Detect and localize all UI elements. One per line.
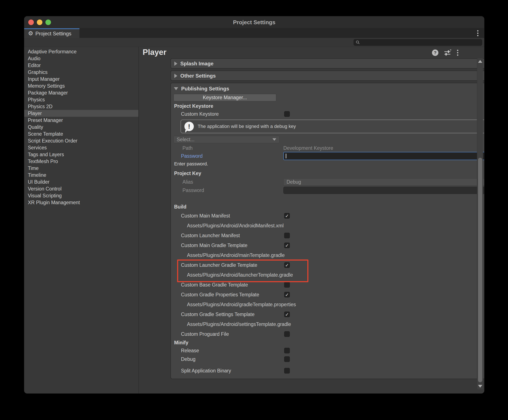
player-settings-panel: Player ? Splash Image xyxy=(139,47,484,393)
tab-bar: ⚙ Project Settings xyxy=(24,28,484,38)
custom-main-manifest-checkbox[interactable]: ✓ xyxy=(284,213,290,218)
key-password-row: Password xyxy=(171,187,484,194)
section-publishing-settings: Publishing Settings Keystore Manager... … xyxy=(170,83,484,379)
setting-row: Custom Launcher Manifest ✓ xyxy=(171,231,484,240)
splash-image-fold[interactable]: Splash Image xyxy=(171,59,484,68)
search-icon xyxy=(356,40,360,45)
minify-release-checkbox[interactable]: ✓ xyxy=(284,348,290,353)
sidebar-item-scene-template[interactable]: Scene Template xyxy=(24,130,138,137)
key-password-input[interactable] xyxy=(283,187,484,194)
setting-row: Custom Base Gradle Template ✓ xyxy=(171,280,484,290)
debug-key-info-box: ! The application will be signed with a … xyxy=(181,120,484,133)
custom-proguard-file-checkbox[interactable]: ✓ xyxy=(284,331,290,337)
tab-label: Project Settings xyxy=(35,31,71,37)
setting-row: Release ✓ xyxy=(171,346,484,355)
section-splash-image: Splash Image xyxy=(170,58,484,68)
tab-project-settings[interactable]: ⚙ Project Settings xyxy=(24,28,80,38)
keystore-path-value: Development Keystore xyxy=(283,145,333,151)
path-value: Assets/Plugins/Android/mainTemplate.grad… xyxy=(171,250,484,260)
sidebar-item-input-manager[interactable]: Input Manager xyxy=(24,76,138,82)
settings-sidebar: Adaptive Performance Audio Editor Graphi… xyxy=(24,47,139,393)
path-value: Assets/Plugins/Android/settingsTemplate.… xyxy=(171,319,484,329)
build-heading: Build xyxy=(174,204,186,210)
sidebar-item-version-control[interactable]: Version Control xyxy=(24,185,138,192)
chevron-right-icon xyxy=(174,74,177,78)
publishing-settings-fold[interactable]: Publishing Settings xyxy=(171,85,229,93)
custom-base-gradle-template-checkbox[interactable]: ✓ xyxy=(284,282,290,288)
sidebar-item-memory-settings[interactable]: Memory Settings xyxy=(24,82,138,89)
section-other-settings: Other Settings xyxy=(170,70,484,81)
scroll-down-icon[interactable] xyxy=(478,385,482,388)
chevron-right-icon xyxy=(174,61,177,66)
text-caret xyxy=(286,154,286,158)
path-value: Assets/Plugins/Android/gradleTemplate.pr… xyxy=(171,300,484,309)
preset-icon[interactable] xyxy=(444,50,451,56)
custom-gradle-settings-template-checkbox[interactable]: ✓ xyxy=(284,312,290,317)
sidebar-item-visual-scripting[interactable]: Visual Scripting xyxy=(24,192,138,199)
custom-keystore-row: Custom Keystore ✓ xyxy=(171,111,484,117)
window-title: Project Settings xyxy=(24,16,484,28)
sidebar-item-preset-manager[interactable]: Preset Manager xyxy=(24,117,138,124)
custom-keystore-checkbox[interactable]: ✓ xyxy=(284,111,290,117)
setting-row: Debug ✓ xyxy=(171,355,484,363)
custom-launcher-manifest-checkbox[interactable]: ✓ xyxy=(284,233,290,238)
sidebar-item-adaptive-performance[interactable]: Adaptive Performance xyxy=(24,48,138,55)
sidebar-item-physics[interactable]: Physics xyxy=(24,96,138,103)
minify-heading: Minify xyxy=(171,339,484,346)
keystore-select-dropdown[interactable]: Select... xyxy=(173,136,280,143)
build-settings-list: Custom Main Manifest ✓ Assets/Plugins/An… xyxy=(171,211,484,375)
gear-icon: ⚙ xyxy=(28,31,33,37)
setting-row: Custom Main Gradle Template ✓ xyxy=(171,240,484,250)
sidebar-item-package-manager[interactable]: Package Manager xyxy=(24,89,138,96)
setting-row: Split Application Binary ✓ xyxy=(171,367,484,375)
sidebar-item-timeline[interactable]: Timeline xyxy=(24,172,138,179)
scrollbar-thumb[interactable] xyxy=(478,158,482,382)
sidebar-item-services[interactable]: Services xyxy=(24,144,138,151)
sidebar-item-physics-2d[interactable]: Physics 2D xyxy=(24,103,138,110)
sidebar-item-time[interactable]: Time xyxy=(24,165,138,172)
setting-row: Custom Gradle Properties Template ✓ xyxy=(171,290,484,300)
sidebar-item-editor[interactable]: Editor xyxy=(24,62,138,69)
setting-row: Custom Proguard File ✓ xyxy=(171,329,484,339)
minify-debug-checkbox[interactable]: ✓ xyxy=(284,356,290,362)
keystore-path-row: Path Development Keystore xyxy=(171,145,484,151)
sidebar-item-graphics[interactable]: Graphics xyxy=(24,69,138,76)
alias-row: Alias Debug xyxy=(171,178,484,186)
project-key-heading: Project Key xyxy=(174,171,201,176)
sidebar-item-ui-builder[interactable]: UI Builder xyxy=(24,179,138,185)
keystore-password-row: Password xyxy=(171,152,484,160)
sidebar-item-audio[interactable]: Audio xyxy=(24,55,138,62)
chevron-down-icon xyxy=(272,138,276,141)
keystore-manager-button[interactable]: Keystore Manager... xyxy=(173,94,276,101)
tab-bar-menu-icon[interactable] xyxy=(477,30,479,36)
path-value: Assets/Plugins/Android/AndroidManifest.x… xyxy=(171,221,484,231)
help-icon[interactable]: ? xyxy=(432,50,438,56)
sidebar-item-tags-and-layers[interactable]: Tags and Layers xyxy=(24,151,138,158)
setting-row: Custom Gradle Settings Template ✓ xyxy=(171,309,484,319)
split-application-binary-checkbox[interactable]: ✓ xyxy=(284,368,290,374)
sidebar-item-xr-plugin-management[interactable]: XR Plugin Management xyxy=(24,199,138,206)
scroll-up-icon[interactable] xyxy=(478,60,482,63)
custom-launcher-gradle-template-checkbox[interactable]: ✓ xyxy=(284,262,290,268)
alias-dropdown[interactable]: Debug xyxy=(283,178,484,186)
search-input[interactable] xyxy=(353,39,482,46)
project-settings-window: Project Settings ⚙ Project Settings Adap… xyxy=(24,16,484,393)
vertical-scrollbar[interactable] xyxy=(477,58,483,389)
setting-row-highlighted: Custom Launcher Gradle Template ✓ xyxy=(171,260,484,270)
panel-menu-icon[interactable] xyxy=(457,50,458,56)
keystore-password-input[interactable] xyxy=(283,152,484,160)
warning-icon: ! xyxy=(184,122,194,131)
enter-password-hint: Enter password. xyxy=(174,161,208,167)
title-bar: Project Settings xyxy=(24,16,484,28)
custom-gradle-properties-template-checkbox[interactable]: ✓ xyxy=(284,292,290,297)
sidebar-item-script-execution-order[interactable]: Script Execution Order xyxy=(24,137,138,144)
other-settings-fold[interactable]: Other Settings xyxy=(171,71,484,81)
sidebar-item-player[interactable]: Player xyxy=(24,110,138,117)
path-value: Assets/Plugins/Android/launcherTemplate.… xyxy=(171,270,484,280)
sidebar-item-quality[interactable]: Quality xyxy=(24,124,138,130)
chevron-down-icon xyxy=(174,87,178,90)
sidebar-item-textmesh-pro[interactable]: TextMesh Pro xyxy=(24,158,138,165)
custom-main-gradle-template-checkbox[interactable]: ✓ xyxy=(284,243,290,248)
page-title: Player xyxy=(143,48,166,57)
toolbar xyxy=(24,38,484,47)
